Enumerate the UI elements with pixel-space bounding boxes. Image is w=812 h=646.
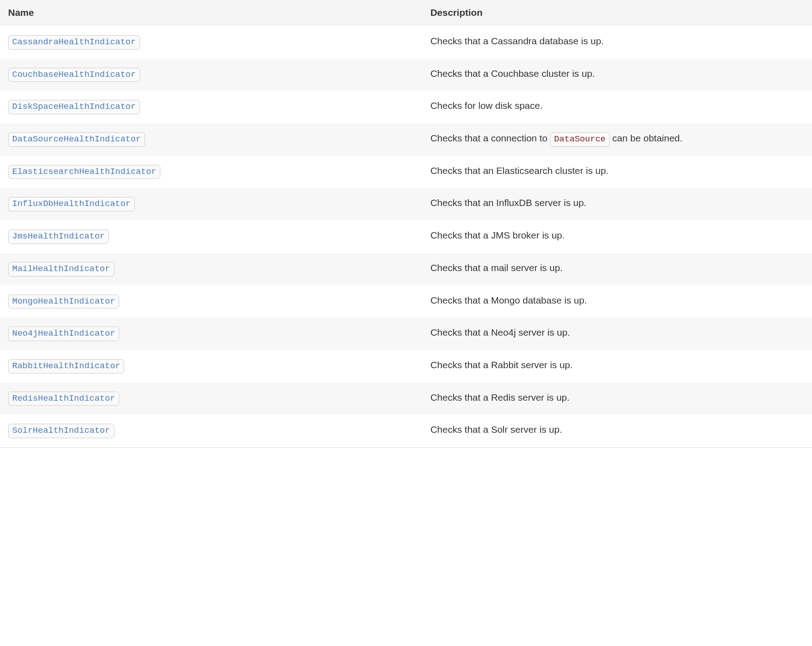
cell-description: Checks that a mail server is up.	[422, 253, 812, 286]
table-row: SolrHealthIndicatorChecks that a Solr se…	[0, 415, 812, 447]
description-text: Checks that a Neo4j server is up.	[430, 327, 570, 337]
indicator-link[interactable]: RabbitHealthIndicator	[8, 359, 124, 374]
table-row: DataSourceHealthIndicatorChecks that a c…	[0, 123, 812, 156]
description-text: Checks that an InfluxDB server is up.	[430, 197, 587, 208]
indicator-link[interactable]: RedisHealthIndicator	[8, 392, 119, 406]
cell-description: Checks that a JMS broker is up.	[422, 220, 812, 253]
column-header-name: Name	[0, 0, 422, 26]
column-header-description: Description	[422, 0, 812, 26]
description-text: Checks that a Rabbit server is up.	[430, 360, 573, 370]
indicator-link[interactable]: ElasticsearchHealthIndicator	[8, 165, 160, 179]
table-row: RedisHealthIndicatorChecks that a Redis …	[0, 383, 812, 415]
cell-name: SolrHealthIndicator	[0, 415, 422, 447]
table-row: InfluxDbHealthIndicatorChecks that an In…	[0, 188, 812, 220]
cell-name: CouchbaseHealthIndicator	[0, 59, 422, 91]
cell-name: Neo4jHealthIndicator	[0, 318, 422, 350]
table-row: MongoHealthIndicatorChecks that a Mongo …	[0, 286, 812, 318]
cell-name: JmsHealthIndicator	[0, 220, 422, 253]
cell-description: Checks that a Neo4j server is up.	[422, 318, 812, 350]
cell-name: DataSourceHealthIndicator	[0, 123, 422, 156]
health-indicators-table: Name Description CassandraHealthIndicato…	[0, 0, 812, 448]
cell-description: Checks that an InfluxDB server is up.	[422, 188, 812, 220]
cell-name: RedisHealthIndicator	[0, 383, 422, 415]
cell-description: Checks for low disk space.	[422, 91, 812, 123]
indicator-link[interactable]: DataSourceHealthIndicator	[8, 132, 145, 147]
description-text: Checks that a connection to	[430, 133, 550, 143]
description-text: can be obtained.	[610, 133, 682, 143]
table-row: JmsHealthIndicatorChecks that a JMS brok…	[0, 220, 812, 253]
cell-description: Checks that a Couchbase cluster is up.	[422, 59, 812, 91]
indicator-link[interactable]: CassandraHealthIndicator	[8, 35, 140, 50]
description-text: Checks that a mail server is up.	[430, 262, 563, 273]
cell-name: DiskSpaceHealthIndicator	[0, 91, 422, 123]
table-row: RabbitHealthIndicatorChecks that a Rabbi…	[0, 350, 812, 383]
cell-description: Checks that an Elasticsearch cluster is …	[422, 156, 812, 188]
cell-name: MailHealthIndicator	[0, 253, 422, 286]
cell-description: Checks that a Rabbit server is up.	[422, 350, 812, 383]
description-text: Checks that a Mongo database is up.	[430, 295, 587, 305]
table-row: MailHealthIndicatorChecks that a mail se…	[0, 253, 812, 286]
description-text: Checks that a Cassandra database is up.	[430, 36, 604, 46]
table-row: CouchbaseHealthIndicatorChecks that a Co…	[0, 59, 812, 91]
indicator-link[interactable]: CouchbaseHealthIndicator	[8, 68, 140, 82]
cell-description: Checks that a Cassandra database is up.	[422, 26, 812, 59]
table-row: Neo4jHealthIndicatorChecks that a Neo4j …	[0, 318, 812, 350]
cell-name: RabbitHealthIndicator	[0, 350, 422, 383]
description-text: Checks that a Couchbase cluster is up.	[430, 68, 595, 79]
cell-description: Checks that a connection to DataSource c…	[422, 123, 812, 156]
cell-name: CassandraHealthIndicator	[0, 26, 422, 59]
cell-name: InfluxDbHealthIndicator	[0, 188, 422, 220]
indicator-link[interactable]: MongoHealthIndicator	[8, 295, 119, 309]
description-text: Checks that a JMS broker is up.	[430, 230, 565, 240]
cell-name: ElasticsearchHealthIndicator	[0, 156, 422, 188]
description-text: Checks that a Redis server is up.	[430, 392, 569, 403]
inline-code: DataSource	[550, 132, 610, 147]
description-text: Checks for low disk space.	[430, 100, 543, 111]
indicator-link[interactable]: JmsHealthIndicator	[8, 229, 109, 244]
indicator-link[interactable]: MailHealthIndicator	[8, 262, 114, 276]
description-text: Checks that a Solr server is up.	[430, 424, 562, 435]
indicator-link[interactable]: Neo4jHealthIndicator	[8, 327, 119, 341]
description-text: Checks that an Elasticsearch cluster is …	[430, 165, 609, 176]
cell-name: MongoHealthIndicator	[0, 286, 422, 318]
table-row: ElasticsearchHealthIndicatorChecks that …	[0, 156, 812, 188]
table-row: CassandraHealthIndicatorChecks that a Ca…	[0, 26, 812, 59]
cell-description: Checks that a Redis server is up.	[422, 383, 812, 415]
indicator-link[interactable]: SolrHealthIndicator	[8, 424, 114, 438]
indicator-link[interactable]: InfluxDbHealthIndicator	[8, 197, 135, 211]
cell-description: Checks that a Mongo database is up.	[422, 286, 812, 318]
cell-description: Checks that a Solr server is up.	[422, 415, 812, 447]
indicator-link[interactable]: DiskSpaceHealthIndicator	[8, 100, 140, 114]
table-row: DiskSpaceHealthIndicatorChecks for low d…	[0, 91, 812, 123]
